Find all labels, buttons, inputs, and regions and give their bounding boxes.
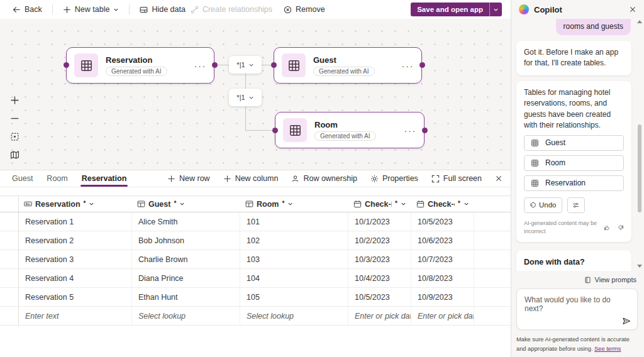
fit-view-button[interactable] [10,132,19,141]
new-row-cell[interactable]: Enter or pick date [411,307,474,325]
save-split-chevron[interactable] [489,3,502,16]
table-tabbar: Guest Room Reservation New row New colum… [0,170,511,187]
table-cell[interactable]: 101 [240,212,348,231]
tab-reservation[interactable]: Reservation [75,170,134,187]
table-cell[interactable]: Charlie Brown [132,250,240,268]
minimap-button[interactable] [10,150,19,160]
table-cell[interactable]: Alice Smith [132,212,240,231]
zoom-in-button[interactable] [10,96,19,105]
save-and-open-app-button[interactable]: Save and open app [411,3,502,16]
table-cell[interactable]: 10/7/2023 [411,250,474,268]
table-row[interactable]: Reservation 5 Ethan Hunt 105 10/5/2023 1… [0,288,511,307]
ai-note: AI-generated content may be incorrect [524,219,604,236]
thumbs-down-icon[interactable] [617,224,624,231]
table-cell[interactable]: 10/5/2023 [411,212,474,231]
column-header-guest[interactable]: Guest * [132,196,240,212]
erd-canvas[interactable]: Reservation Generated with AI ··· Guest … [0,19,511,170]
new-row-button[interactable]: New row [167,174,210,183]
entity-card-reservation[interactable]: Reservation Generated with AI ··· [66,47,214,84]
table-cell[interactable]: Reservation 4 [19,269,132,287]
view-prompts-button[interactable]: View prompts [516,276,636,283]
new-row[interactable]: Enter text Select lookup Select lookup E… [0,307,511,326]
row-selector[interactable] [0,307,19,325]
table-row[interactable]: Reservation 2 Bob Johnson 102 10/2/2023 … [0,231,511,250]
table-cell[interactable]: Ethan Hunt [132,288,240,306]
thumbs-up-icon[interactable] [604,224,611,231]
table-cell[interactable]: Reservation 1 [19,212,132,231]
table-cell[interactable]: Reservation 3 [19,250,132,268]
see-terms-link[interactable]: See terms [594,346,621,352]
copilot-chat[interactable]: rooms and guests Got it. Before I make a… [511,19,644,271]
new-row-cell[interactable]: Select lookup [132,307,240,325]
table-row[interactable]: Reservation 4 Diana Prince 104 10/4/2023… [0,269,511,288]
row-ownership-button[interactable]: Row ownership [291,174,357,183]
relationship-cardinality-button[interactable]: *|1 [229,89,262,106]
table-cell[interactable]: 10/5/2023 [348,288,411,306]
table-cell[interactable]: 10/9/2023 [411,288,474,306]
column-header-reservation[interactable]: Abc Reservation * [19,196,132,212]
row-selector[interactable] [0,288,19,306]
new-column-button[interactable]: New column [223,174,279,183]
more-options-button[interactable]: ··· [404,125,417,136]
relationship-cardinality-button[interactable]: *|1 [229,56,262,74]
new-row-cell[interactable]: Enter text [19,307,132,325]
table-cell[interactable]: Reservation 2 [19,231,132,250]
tab-room[interactable]: Room [40,170,74,187]
table-cell[interactable]: 10/2/2023 [348,231,411,250]
column-header-check-out[interactable]: Check-out ... * [411,196,474,212]
create-relationships-button[interactable]: Create relationships [188,5,275,14]
column-header-check-in[interactable]: Check-in ... * [348,196,411,212]
entity-card-guest[interactable]: Guest Generated with AI ··· [274,47,422,84]
table-chip-reservation[interactable]: Reservation [524,175,624,191]
table-cell[interactable]: 10/4/2023 [348,269,411,287]
table-cell[interactable]: 104 [240,269,348,287]
table-chip-room[interactable]: Room [524,155,624,171]
row-selector[interactable] [0,231,19,250]
close-table-button[interactable] [495,175,503,183]
entity-card-room[interactable]: Room Generated with AI ··· [275,112,425,148]
user-message-bubble: rooms and guests [556,19,631,35]
connection-dot [422,128,428,133]
table-cell[interactable]: 102 [240,231,348,250]
row-selector[interactable] [0,250,19,268]
table-chip-guest[interactable]: Guest [524,135,624,151]
more-options-button[interactable]: ··· [194,60,207,71]
new-table-button[interactable]: New table [60,5,122,14]
table-cell[interactable]: 103 [240,250,348,268]
row-selector[interactable] [0,212,19,231]
full-screen-button[interactable]: Full screen [431,174,482,183]
remove-button[interactable]: Remove [281,5,328,14]
app-window: Back New table Hide data Create relation… [0,0,644,357]
adjust-button[interactable] [567,197,585,213]
table-row[interactable]: Reservation 3 Charlie Brown 103 10/3/202… [0,250,511,269]
copilot-scrollbar[interactable] [637,20,642,268]
table-cell[interactable]: 105 [240,288,348,306]
table-cell[interactable]: 10/1/2023 [348,212,411,231]
table-cell[interactable]: Reservation 5 [19,288,132,306]
table-row[interactable]: Reservation 1 Alice Smith 101 10/1/2023 … [0,212,511,231]
new-row-cell[interactable]: Select lookup [240,307,348,325]
scroll-down-arrow[interactable] [637,265,642,268]
table-cell[interactable]: Bob Johnson [132,231,240,250]
table-cell[interactable]: 10/8/2023 [411,269,474,287]
more-options-button[interactable]: ··· [402,60,414,71]
scroll-up-arrow[interactable] [637,20,642,23]
copilot-input[interactable] [517,289,637,329]
scrollbar-thumb[interactable] [638,124,641,212]
back-button[interactable]: Back [10,5,45,14]
undo-button[interactable]: Undo [524,197,562,213]
send-icon[interactable] [621,316,631,326]
table-cell[interactable]: Diana Prince [132,269,240,287]
row-selector[interactable] [0,269,19,287]
hide-data-button[interactable]: Hide data [137,5,188,14]
tab-guest[interactable]: Guest [5,170,40,187]
column-header-room[interactable]: Room * [240,196,348,212]
properties-button[interactable]: Properties [370,174,418,183]
zoom-out-button[interactable] [10,114,19,123]
table-cell[interactable]: 10/6/2023 [411,231,474,250]
person-icon [291,175,299,183]
new-row-cell[interactable]: Enter or pick date [348,307,411,325]
row-selector-gutter[interactable] [0,196,19,212]
close-copilot-button[interactable] [629,6,636,13]
table-cell[interactable]: 10/3/2023 [348,250,411,268]
